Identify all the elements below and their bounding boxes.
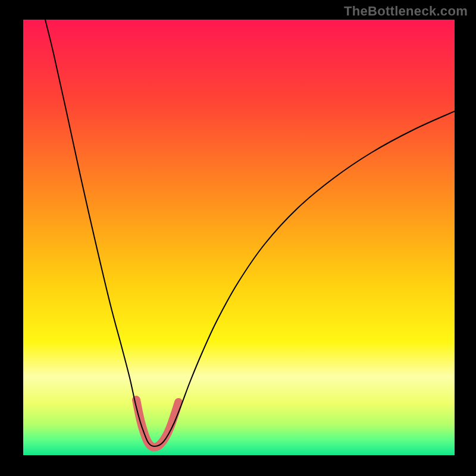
watermark-text: TheBottleneck.com: [344, 4, 468, 19]
bottleneck-chart: [0, 0, 476, 476]
chart-stage: TheBottleneck.com: [0, 0, 476, 476]
plot-background: [23, 20, 455, 455]
